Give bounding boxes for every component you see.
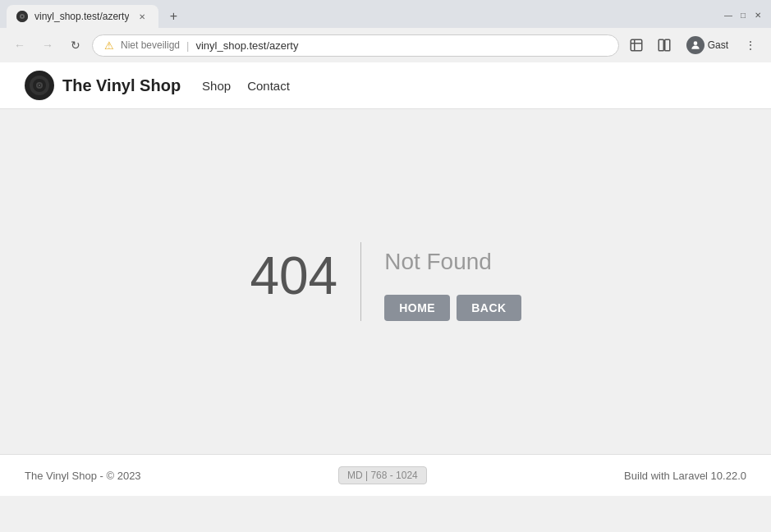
home-button[interactable]: HOME <box>384 295 450 321</box>
forward-button[interactable]: → <box>36 34 59 57</box>
error-container: 404 Not Found HOME BACK <box>250 242 521 321</box>
footer-copyright: The Vinyl Shop - © 2023 <box>25 470 141 482</box>
tab-close-button[interactable]: ✕ <box>135 10 149 23</box>
site-title: The Vinyl Shop <box>62 76 181 95</box>
error-code: 404 <box>250 242 360 321</box>
new-tab-button[interactable]: + <box>162 5 185 28</box>
address-separator: | <box>186 39 189 52</box>
svg-rect-6 <box>659 39 663 51</box>
main-content: 404 Not Found HOME BACK <box>0 109 771 454</box>
svg-point-8 <box>693 41 697 45</box>
site-footer: The Vinyl Shop - © 2023 MD | 768 - 1024 … <box>0 454 771 496</box>
maximize-button[interactable]: □ <box>737 8 750 21</box>
tab-title: vinyl_shop.test/azerty <box>34 11 129 22</box>
svg-rect-3 <box>631 39 642 51</box>
menu-button[interactable]: ⋮ <box>738 33 763 57</box>
error-divider <box>360 242 361 321</box>
tab-favicon <box>16 11 28 22</box>
website-content: The Vinyl Shop Shop Contact 404 Not Foun… <box>0 62 771 496</box>
vinyl-icon <box>25 71 54 100</box>
minimize-button[interactable]: — <box>722 8 735 21</box>
error-right-panel: Not Found HOME BACK <box>384 242 521 321</box>
tab-strip: vinyl_shop.test/azerty ✕ + <box>7 5 185 28</box>
browser-chrome: vinyl_shop.test/azerty ✕ + — □ ✕ ← → ↻ ⚠… <box>0 0 771 62</box>
window-controls: — □ ✕ <box>722 8 764 25</box>
svg-point-14 <box>39 85 40 86</box>
menu-icon: ⋮ <box>745 39 756 52</box>
split-screen-button[interactable] <box>652 33 677 57</box>
error-message: Not Found <box>384 249 521 275</box>
site-navigation: Shop Contact <box>197 76 295 96</box>
translate-button[interactable] <box>624 33 649 57</box>
footer-badge: MD | 768 - 1024 <box>338 466 427 484</box>
error-buttons: HOME BACK <box>384 295 521 321</box>
footer-build-info: Build with Laravel 10.22.0 <box>624 470 746 482</box>
close-button[interactable]: ✕ <box>751 8 764 21</box>
profile-button[interactable]: Gast <box>680 34 735 56</box>
back-button[interactable]: BACK <box>457 295 521 321</box>
profile-label: Gast <box>708 39 728 51</box>
nav-contact-link[interactable]: Contact <box>242 76 295 96</box>
reload-button[interactable]: ↻ <box>64 34 87 57</box>
svg-rect-7 <box>664 39 669 51</box>
site-logo[interactable]: The Vinyl Shop <box>25 71 181 100</box>
svg-point-2 <box>21 16 23 17</box>
address-url: vinyl_shop.test/azerty <box>195 39 298 52</box>
security-warning-icon: ⚠ <box>104 39 114 52</box>
nav-shop-link[interactable]: Shop <box>197 76 236 96</box>
site-header: The Vinyl Shop Shop Contact <box>0 62 771 109</box>
active-tab[interactable]: vinyl_shop.test/azerty ✕ <box>7 5 158 28</box>
security-warning-text: Niet beveiligd <box>121 39 180 51</box>
address-bar[interactable]: ⚠ Niet beveiligd | vinyl_shop.test/azert… <box>92 34 619 57</box>
navigation-bar: ← → ↻ ⚠ Niet beveiligd | vinyl_shop.test… <box>0 28 771 62</box>
profile-icon <box>686 36 704 54</box>
back-button[interactable]: ← <box>8 34 31 57</box>
title-bar: vinyl_shop.test/azerty ✕ + — □ ✕ <box>0 0 771 28</box>
browser-actions: Gast ⋮ <box>624 33 763 57</box>
